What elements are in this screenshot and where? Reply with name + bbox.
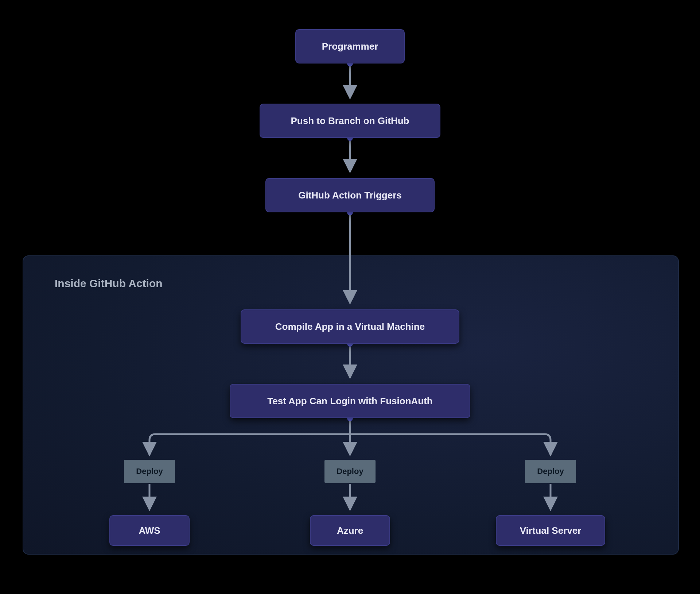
diagram-canvas: Inside GitHub Action bbox=[0, 0, 700, 594]
edge-label-deploy-aws: Deploy bbox=[124, 460, 175, 483]
node-test-login: Test App Can Login with FusionAuth bbox=[230, 384, 470, 418]
container-title: Inside GitHub Action bbox=[55, 277, 163, 290]
node-programmer-label: Programmer bbox=[322, 41, 378, 52]
node-virtual-server: Virtual Server bbox=[496, 515, 605, 546]
node-test-login-label: Test App Can Login with FusionAuth bbox=[267, 396, 433, 407]
edge-label-deploy-azure-text: Deploy bbox=[337, 467, 363, 476]
node-push-to-branch-label: Push to Branch on GitHub bbox=[291, 115, 409, 127]
node-azure: Azure bbox=[310, 515, 390, 546]
node-github-action-triggers-label: GitHub Action Triggers bbox=[298, 190, 402, 201]
edge-label-deploy-virtual-server-text: Deploy bbox=[537, 467, 564, 476]
node-azure-label: Azure bbox=[337, 525, 363, 536]
edge-label-deploy-virtual-server: Deploy bbox=[525, 460, 576, 483]
node-compile-app: Compile App in a Virtual Machine bbox=[241, 309, 459, 344]
node-virtual-server-label: Virtual Server bbox=[520, 525, 582, 536]
node-programmer: Programmer bbox=[295, 29, 405, 63]
node-compile-app-label: Compile App in a Virtual Machine bbox=[275, 321, 425, 332]
edge-label-deploy-aws-text: Deploy bbox=[136, 467, 163, 476]
node-push-to-branch: Push to Branch on GitHub bbox=[260, 104, 440, 138]
node-github-action-triggers: GitHub Action Triggers bbox=[265, 178, 435, 212]
node-aws-label: AWS bbox=[139, 525, 160, 536]
edge-label-deploy-azure: Deploy bbox=[324, 460, 376, 483]
node-aws: AWS bbox=[109, 515, 190, 546]
